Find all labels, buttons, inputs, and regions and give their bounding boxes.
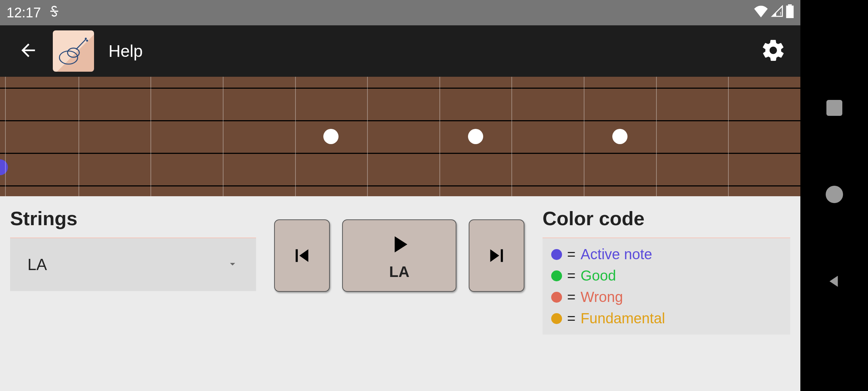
signal-icon: !	[771, 5, 784, 21]
color-label: Good	[580, 268, 616, 284]
previous-button[interactable]	[274, 219, 330, 292]
color-code-item: = Active note	[551, 246, 782, 262]
color-code-section: Color code = Active note = Good = Wrong …	[542, 207, 790, 335]
chevron-down-icon	[226, 258, 239, 272]
wifi-icon	[753, 5, 769, 21]
color-code-item: = Fundamental	[551, 310, 782, 327]
color-dot	[551, 292, 562, 303]
color-code-title: Color code	[542, 207, 790, 230]
color-label: Fundamental	[580, 310, 665, 327]
svg-point-8	[86, 40, 88, 42]
svg-text:!: !	[780, 11, 782, 17]
color-code-item: = Good	[551, 268, 782, 284]
color-dot	[551, 249, 562, 260]
color-label: Active note	[580, 246, 652, 262]
svg-rect-2	[786, 5, 794, 18]
status-time: 12:17	[7, 5, 41, 21]
back-button[interactable]	[18, 40, 38, 62]
color-label: Wrong	[580, 289, 623, 305]
app-icon	[53, 30, 94, 72]
strings-dropdown[interactable]: LA	[10, 238, 256, 291]
strings-selected-value: LA	[27, 256, 47, 274]
active-note-marker	[0, 159, 8, 175]
next-button[interactable]	[469, 219, 524, 292]
nav-home-button[interactable]	[826, 186, 843, 203]
color-code-list: = Active note = Good = Wrong = Fundament…	[542, 238, 790, 335]
svg-point-5	[68, 48, 79, 57]
svg-point-7	[85, 38, 87, 39]
battery-icon	[786, 4, 794, 21]
svg-line-6	[76, 39, 86, 50]
settings-button[interactable]	[761, 38, 786, 64]
app-bar: Help	[0, 25, 800, 77]
play-button[interactable]: LA	[342, 219, 456, 292]
nav-back-button[interactable]	[826, 273, 843, 291]
page-title: Help	[109, 41, 143, 61]
android-nav-bar	[800, 0, 868, 391]
strings-title: Strings	[10, 207, 256, 230]
strikethrough-s-icon	[49, 5, 60, 21]
nav-recent-button[interactable]	[826, 100, 842, 116]
status-bar: 12:17 !	[0, 0, 800, 25]
fretboard[interactable]	[0, 77, 800, 196]
color-code-item: = Wrong	[551, 289, 782, 305]
color-dot	[551, 313, 562, 324]
playback-controls: LA	[274, 207, 524, 335]
play-button-label: LA	[389, 263, 409, 281]
svg-rect-3	[788, 4, 792, 5]
strings-section: Strings LA	[10, 207, 256, 335]
color-dot	[551, 270, 562, 281]
